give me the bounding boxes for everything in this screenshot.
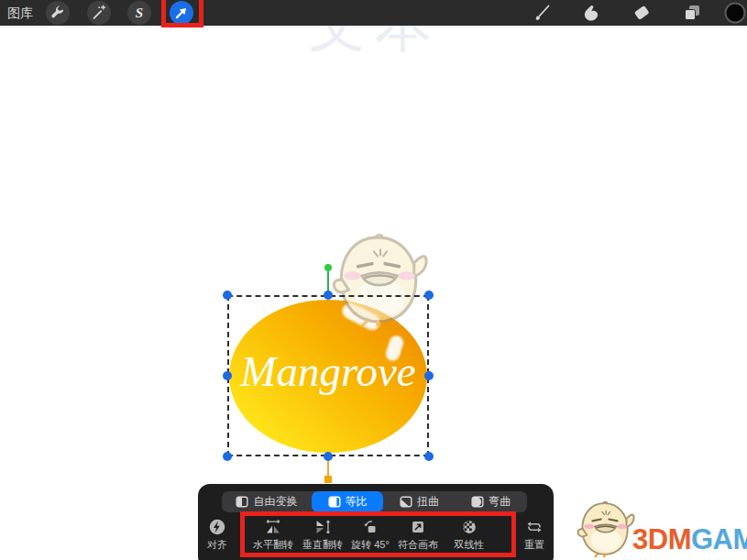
logo-3dm-text: 3DM (632, 523, 691, 555)
highlight-box-flip-actions (240, 511, 516, 557)
eraser-tool-button[interactable] (631, 2, 653, 24)
rotation-handle[interactable] (324, 264, 332, 271)
selection-handle-middle-right[interactable] (424, 371, 434, 380)
mode-tab-label: 等比 (346, 494, 368, 510)
mode-tab-label: 弯曲 (489, 494, 511, 510)
selection-handle-middle-left[interactable] (223, 371, 232, 380)
freeform-icon (236, 496, 248, 508)
mode-tab-uniform[interactable]: 等比 (312, 491, 383, 512)
mode-tab-freeform[interactable]: 自由变换 (222, 491, 312, 512)
anchor-square[interactable] (324, 476, 332, 483)
selection-handle-bottom-right[interactable] (424, 452, 434, 461)
color-swatch-button[interactable] (724, 2, 746, 24)
anchor-line (327, 458, 329, 477)
selection-handle-top-middle[interactable] (324, 291, 333, 300)
adjustments-button[interactable] (87, 1, 111, 25)
gallery-button[interactable]: 图库 (7, 0, 33, 26)
brush-tool-button[interactable] (532, 2, 554, 24)
procreate-transform-screen: 文本 Mangrove 图库 S (0, 0, 747, 560)
magic-wand-icon (89, 3, 109, 23)
mode-tab-warp[interactable]: 弯曲 (456, 491, 527, 512)
transform-mode-segmented-control: 自由变换 等比 扭曲 弯曲 (222, 491, 527, 512)
smudge-tool-button[interactable] (580, 2, 602, 24)
warp-icon (471, 496, 484, 508)
3dm-chick-logo-icon (574, 500, 636, 557)
selection-handle-top-right[interactable] (424, 291, 434, 300)
selection-handle-bottom-left[interactable] (223, 452, 232, 461)
action-label: 对齐 (190, 538, 245, 552)
3dmgame-logo-text: 3DMGAME (632, 525, 747, 557)
wrench-icon (48, 3, 68, 23)
reset-icon (524, 517, 544, 537)
selection-handle-bottom-middle[interactable] (324, 452, 333, 461)
top-toolbar: 图库 S (0, 0, 747, 26)
selection-s-icon: S (136, 5, 143, 21)
distort-icon (400, 496, 412, 508)
mode-tab-distort[interactable]: 扭曲 (383, 491, 455, 512)
mode-tab-label: 扭曲 (417, 494, 439, 510)
logo-game-text: GAME (691, 523, 747, 555)
actions-button[interactable] (46, 1, 70, 25)
highlight-box-transform-tool (161, 0, 203, 27)
3dmgame-watermark: 3DMGAME (574, 500, 747, 557)
selection-button[interactable]: S (127, 1, 151, 25)
snapping-button[interactable]: 对齐 (190, 517, 245, 552)
snapping-lightning-icon (207, 517, 227, 537)
mode-tab-label: 自由变换 (253, 494, 297, 510)
layers-button[interactable] (681, 2, 703, 24)
selection-bounding-box[interactable] (227, 295, 429, 456)
uniform-icon (328, 496, 341, 508)
selection-handle-top-left[interactable] (223, 291, 232, 300)
